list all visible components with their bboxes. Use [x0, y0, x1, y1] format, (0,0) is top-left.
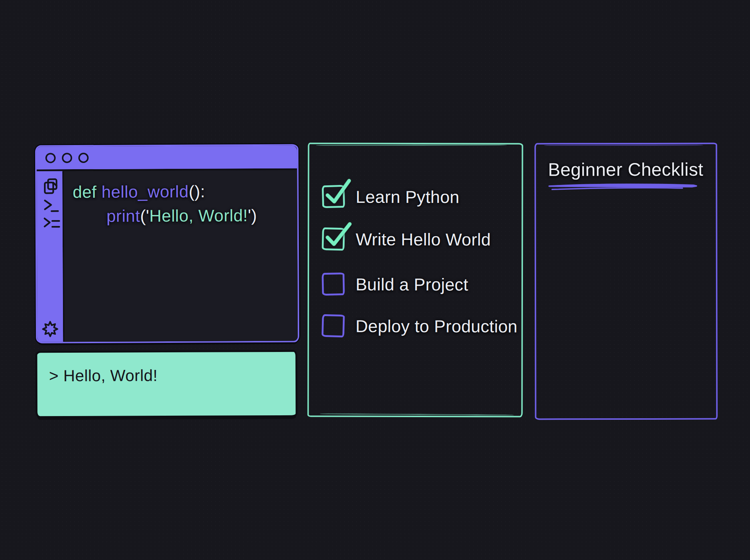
beginner-checklist-panel: Beginner Checklist [534, 143, 717, 420]
terminal-lines-icon[interactable] [42, 216, 60, 231]
title-underline [546, 182, 700, 192]
gear-icon[interactable] [42, 320, 59, 337]
code-punctuation: (): [189, 182, 205, 201]
panel-title: Beginner Checklist [536, 144, 716, 181]
terminal-icon[interactable] [42, 198, 59, 213]
checklist-item-label: Build a Project [356, 274, 468, 294]
window-control-minimize-icon[interactable] [62, 153, 72, 163]
window-control-maximize-icon[interactable] [78, 153, 89, 163]
code-keyword: def [73, 182, 101, 201]
checklist-item: Build a Project [322, 273, 468, 296]
illustration-canvas: def hello_world(): print('Hello, World!'… [0, 0, 750, 560]
task-checklist-panel: Learn Python Write Hello World Build a P… [307, 142, 523, 417]
code-punctuation: (' [140, 206, 149, 225]
window-control-close-icon[interactable] [45, 153, 56, 163]
checklist-item-label: Write Hello World [356, 229, 491, 249]
terminal-output-panel[interactable]: > Hello, World! [36, 350, 298, 418]
checklist-item-label: Deploy to Production [356, 316, 517, 336]
checklist-item: Deploy to Production [322, 315, 517, 338]
code-string: Hello, World! [149, 206, 248, 225]
code-editor-window: def hello_world(): print('Hello, World!'… [35, 144, 299, 343]
checklist-item: Learn Python [322, 185, 459, 208]
checkbox-icon[interactable] [322, 272, 345, 296]
checklist-item: Write Hello World [322, 228, 491, 251]
window-controls [45, 153, 89, 163]
window-titlebar[interactable] [37, 145, 297, 171]
code-editor-area[interactable]: def hello_world(): print('Hello, World!'… [64, 170, 298, 342]
checkbox-icon[interactable] [322, 185, 345, 208]
terminal-output-text: > Hello, World! [37, 352, 296, 385]
code-line-1: def hello_world(): [73, 180, 297, 203]
checkbox-icon[interactable] [322, 314, 345, 338]
checklist-item-label: Learn Python [356, 186, 459, 207]
code-function-name: hello_world [101, 182, 189, 201]
files-icon[interactable] [42, 177, 59, 195]
code-line-2: print('Hello, World!') [107, 204, 297, 226]
checkbox-icon[interactable] [322, 227, 345, 251]
editor-sidebar [37, 171, 64, 342]
code-punctuation: ') [248, 206, 257, 225]
code-keyword-print: print [107, 206, 140, 225]
